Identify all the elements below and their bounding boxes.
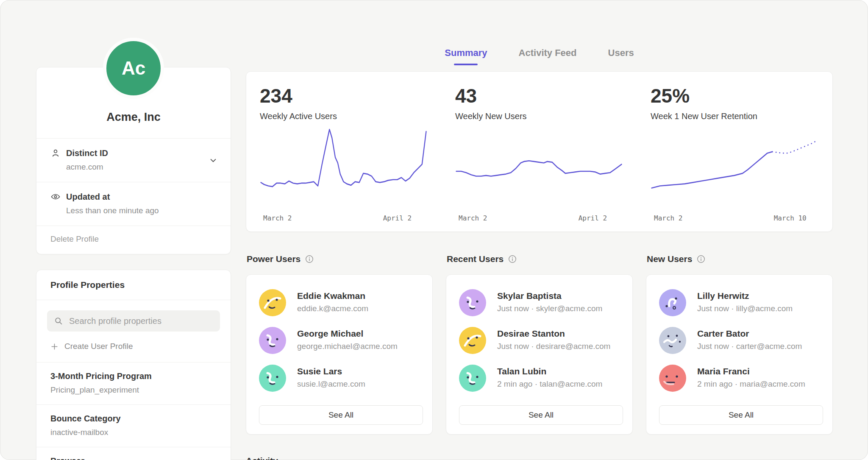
activity-title: Activity [246,456,833,460]
user-row[interactable]: Carter Bator Just now · carter@acme.com [659,327,823,354]
search-input[interactable] [68,316,213,326]
profile-page: Ac Acme, Inc Distinct ID acme.com [0,0,868,460]
info-icon[interactable] [697,255,705,263]
person-icon [50,148,61,158]
user-detail: eddie.k@acme.com [297,304,368,313]
property-name: Browser [50,456,217,460]
user-name: Maria Franci [697,365,805,376]
property-row[interactable]: Bounce Category inactive-mailbox [36,405,231,447]
sidebar: Ac Acme, Inc Distinct ID acme.com [36,0,231,460]
property-row[interactable]: 3-Month Pricing Program Pricing_plan_exp… [36,362,231,404]
user-row[interactable]: Susie Lars susie.l@acme.com [259,365,423,392]
user-name: George Michael [297,327,398,339]
profile-properties-title: Profile Properties [36,270,231,300]
user-detail: Just now · lilly@acme.com [697,304,793,313]
x-axis-tick: March 2 [263,214,292,222]
company-avatar: Ac [103,38,164,99]
user-row[interactable]: George Michael george.michael@acme.com [259,327,423,354]
tab-summary[interactable]: Summary [445,47,487,65]
x-axis-tick: March 2 [459,214,487,222]
avatar [459,289,486,316]
see-all-button[interactable]: See All [259,405,423,425]
stat-week1-retention: 25% Week 1 New User Retention March 2 Ma… [637,72,832,231]
avatar [259,289,286,316]
distinct-id-value: acme.com [66,162,217,172]
avatar [459,327,486,354]
info-icon[interactable] [508,255,517,263]
user-name: Carter Bator [697,327,802,339]
avatar [259,327,286,354]
user-row[interactable]: Eddie Kwakman eddie.k@acme.com [259,289,423,316]
delete-profile-button[interactable]: Delete Profile [36,226,231,254]
user-lists-row: Power Users Eddie Kwakman [246,254,833,435]
see-all-button[interactable]: See All [459,405,623,425]
stat-label: Weekly New Users [442,107,637,121]
search-profile-properties[interactable] [47,310,220,332]
user-detail: 2 min ago · talan@acme.com [497,379,602,389]
user-detail: george.michael@acme.com [297,342,398,351]
tab-users[interactable]: Users [608,47,634,65]
stat-value: 234 [246,72,442,107]
user-detail: 2 min ago · maria@acme.com [697,379,805,389]
recent-users-title: Recent Users [447,254,504,264]
tab-bar: Summary Activity Feed Users [246,0,833,65]
avatar [659,289,686,316]
sparkline-chart [650,126,819,202]
avatar [259,365,286,392]
user-detail: Just now · desirare@acme.com [497,342,610,351]
profile-properties-card: Profile Properties Create User Profile [36,270,231,460]
new-users-card: Lilly Herwitz Just now · lilly@acme.com … [646,274,833,435]
stat-weekly-new-users: 43 Weekly New Users March 2 April 2 [442,72,637,231]
tab-activity-feed[interactable]: Activity Feed [519,47,577,65]
power-users-card: Eddie Kwakman eddie.k@acme.com George Mi… [246,274,433,435]
user-name: Eddie Kwakman [297,289,368,301]
updated-at-value: Less than one minute ago [66,206,217,215]
property-name: 3-Month Pricing Program [50,371,217,381]
stat-weekly-active-users: 234 Weekly Active Users March 2 April 2 [246,72,442,231]
company-initials: Ac [122,58,145,79]
updated-at-row: Updated at Less than one minute ago [36,182,231,226]
x-axis-tick: April 2 [383,214,412,222]
user-row[interactable]: Talan Lubin 2 min ago · talan@acme.com [459,365,623,392]
recent-users-card: Skylar Baptista Just now · skyler@acme.c… [446,274,633,435]
create-user-profile-button[interactable]: Create User Profile [36,332,231,362]
avatar [659,365,686,392]
power-users-section: Power Users Eddie Kwakman [246,254,433,435]
property-name: Bounce Category [50,414,217,424]
user-row[interactable]: Maria Franci 2 min ago · maria@acme.com [659,365,823,392]
new-users-title: New Users [647,254,692,264]
distinct-id-label: Distinct ID [66,148,108,158]
x-axis-tick: March 10 [774,214,807,222]
x-axis-tick: March 2 [654,214,682,222]
user-name: Susie Lars [297,365,365,376]
power-users-title: Power Users [247,254,300,264]
see-all-button[interactable]: See All [659,405,823,425]
user-name: Skylar Baptista [497,289,602,301]
new-users-section: New Users Lilly Herwitz Ju [646,254,833,435]
property-value: Pricing_plan_experiment [50,385,217,395]
eye-icon [50,192,61,202]
info-icon[interactable] [305,255,314,263]
property-row[interactable]: Browser Chrome [36,447,231,460]
user-row[interactable]: Skylar Baptista Just now · skyler@acme.c… [459,289,623,316]
stat-label: Weekly Active Users [246,107,442,121]
plus-icon [50,343,58,351]
sparkline-chart [259,126,428,202]
chevron-down-icon[interactable] [208,155,219,166]
user-row[interactable]: Lilly Herwitz Just now · lilly@acme.com [659,289,823,316]
company-profile-card: Ac Acme, Inc Distinct ID acme.com [36,67,231,254]
create-user-profile-label: Create User Profile [64,342,133,351]
distinct-id-row[interactable]: Distinct ID acme.com [36,139,231,182]
user-name: Talan Lubin [497,365,602,376]
user-row[interactable]: Desirae Stanton Just now · desirare@acme… [459,327,623,354]
main-content: Summary Activity Feed Users 234 Weekly A… [246,0,833,460]
sparkline-chart [454,126,623,202]
user-name: Desirae Stanton [497,327,610,339]
avatar [659,327,686,354]
summary-stats-card: 234 Weekly Active Users March 2 April 2 … [246,71,833,232]
stat-value: 25% [637,72,832,107]
user-detail: susie.l@acme.com [297,379,365,389]
stat-value: 43 [442,72,637,107]
divider [36,300,231,300]
stat-label: Week 1 New User Retention [637,107,832,121]
